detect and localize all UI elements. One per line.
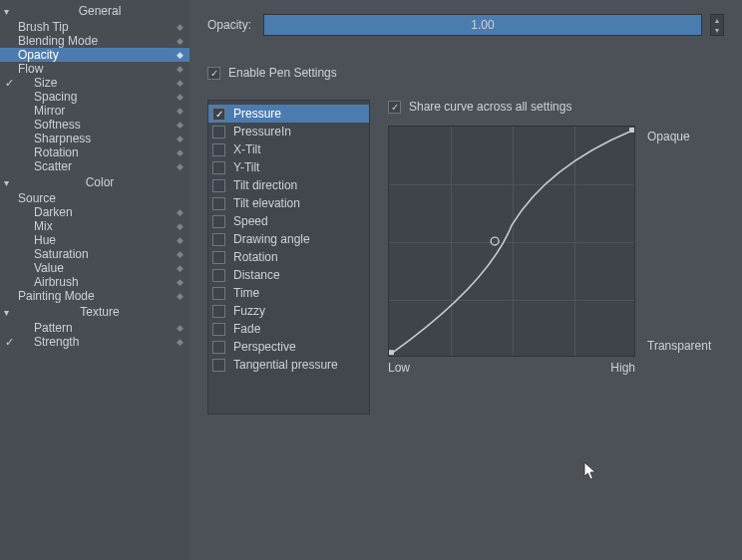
section-header[interactable]: ▾Texture (0, 303, 189, 321)
lock-icon: ◆ (174, 207, 184, 217)
sensor-check-icon (212, 143, 225, 156)
sidebar-item[interactable]: ✓Size◆ (0, 76, 189, 90)
lock-icon: ◆ (174, 323, 184, 333)
sensor-item[interactable]: ✓Pressure (208, 105, 369, 123)
sensor-item[interactable]: Tilt direction (208, 176, 369, 194)
opacity-spin[interactable]: ▲ ▼ (710, 14, 724, 36)
sensor-label: Pressure (225, 107, 281, 121)
sensor-item[interactable]: Time (208, 284, 369, 302)
sensor-check-icon (212, 287, 225, 300)
spin-down-icon[interactable]: ▼ (711, 25, 723, 35)
sensor-item[interactable]: Perspective (208, 338, 369, 356)
sidebar-item[interactable]: Blending Mode◆ (0, 34, 189, 48)
sensor-item[interactable]: Drawing angle (208, 230, 369, 248)
sidebar-item[interactable]: Spacing◆ (0, 90, 189, 104)
sidebar-item[interactable]: Value◆ (0, 261, 189, 275)
sidebar-item[interactable]: Hue◆ (0, 233, 189, 247)
sidebar-item[interactable]: Softness◆ (0, 118, 189, 132)
lock-icon: ◆ (174, 92, 184, 102)
sensor-item[interactable]: Distance (208, 266, 369, 284)
sensor-check-icon (212, 251, 225, 264)
sensor-label: Perspective (225, 340, 296, 354)
sensor-item[interactable]: Fade (208, 320, 369, 338)
sidebar-item-label: Hue (16, 233, 174, 247)
enable-pen-label: Enable Pen Settings (228, 66, 337, 80)
share-curve-label: Share curve across all settings (409, 100, 571, 114)
spin-up-icon[interactable]: ▲ (711, 15, 723, 25)
sensor-list: ✓PressurePressureInX-TiltY-TiltTilt dire… (207, 100, 370, 415)
sensor-check-icon: ✓ (212, 108, 225, 121)
sensor-label: Y-Tilt (225, 160, 259, 174)
sidebar-item-label: Value (16, 261, 174, 275)
sensor-item[interactable]: PressureIn (208, 123, 369, 140)
sidebar-item[interactable]: Scatter◆ (0, 159, 189, 173)
section-title: General (14, 4, 186, 18)
lock-icon: ◆ (174, 22, 184, 32)
enable-pen-checkbox[interactable]: ✓ Enable Pen Settings (207, 66, 724, 80)
sidebar-item[interactable]: Saturation◆ (0, 247, 189, 261)
sidebar-item-label: Airbrush (16, 275, 174, 289)
sidebar-item[interactable]: Flow◆ (0, 62, 189, 76)
sensor-label: Speed (225, 214, 268, 228)
lock-icon: ◆ (174, 50, 184, 60)
sidebar-item-label: Rotation (16, 145, 174, 159)
lock-icon: ◆ (174, 263, 184, 273)
sensor-item[interactable]: Fuzzy (208, 302, 369, 320)
curve-x-high: High (610, 361, 635, 375)
item-check-icon: ✓ (2, 77, 16, 90)
sensor-label: X-Tilt (225, 142, 261, 156)
sidebar-item[interactable]: ✓Strength◆ (0, 335, 189, 349)
sidebar-item[interactable]: Rotation◆ (0, 145, 189, 159)
sensor-check-icon (212, 269, 225, 282)
lock-icon: ◆ (174, 337, 184, 347)
sensor-item[interactable]: Tangential pressure (208, 356, 369, 374)
opacity-label: Opacity: (207, 18, 255, 32)
sidebar-item[interactable]: Painting Mode◆ (0, 289, 189, 303)
sidebar-item-label: Spacing (16, 90, 174, 104)
curve-y-top: Opaque (647, 130, 711, 143)
sidebar-item-label: Scatter (16, 159, 174, 173)
lock-icon: ◆ (174, 221, 184, 231)
sensor-item[interactable]: Rotation (208, 248, 369, 266)
share-curve-checkbox[interactable]: ✓ Share curve across all settings (388, 100, 724, 114)
sidebar-item-label: Source (16, 191, 174, 205)
opacity-value: 1.00 (471, 18, 494, 32)
sensor-label: PressureIn (225, 125, 291, 139)
sidebar-item[interactable]: Pattern◆ (0, 321, 189, 335)
sensor-check-icon (212, 126, 225, 139)
sensor-label: Tilt elevation (225, 196, 300, 210)
sidebar-item-label: Softness (16, 118, 174, 132)
sidebar-item[interactable]: Source (0, 191, 189, 205)
sidebar-item[interactable]: Brush Tip◆ (0, 20, 189, 34)
curve-y-bottom: Transparent (647, 339, 711, 353)
collapse-arrow-icon: ▾ (4, 177, 14, 188)
curve-x-low: Low (388, 361, 410, 375)
section-header[interactable]: ▾Color (0, 173, 189, 191)
opacity-slider[interactable]: 1.00 (263, 14, 702, 36)
sidebar-item-label: Size (16, 76, 174, 90)
lock-icon: ◆ (174, 235, 184, 245)
sensor-item[interactable]: Speed (208, 212, 369, 230)
sensor-label: Tangential pressure (225, 358, 338, 372)
checkbox-icon: ✓ (207, 67, 220, 80)
curve-editor[interactable] (388, 126, 635, 357)
sidebar-item[interactable]: Mirror◆ (0, 104, 189, 118)
sensor-item[interactable]: Y-Tilt (208, 158, 369, 176)
sensor-check-icon (212, 341, 225, 354)
section-header[interactable]: ▾General (0, 2, 189, 20)
lock-icon: ◆ (174, 291, 184, 301)
item-check-icon: ✓ (2, 336, 16, 349)
collapse-arrow-icon: ▾ (4, 6, 14, 17)
lock-icon: ◆ (174, 134, 184, 143)
sidebar-item[interactable]: Opacity◆ (0, 48, 189, 62)
sidebar-item-label: Brush Tip (16, 20, 174, 34)
sidebar-item-label: Darken (16, 205, 174, 219)
sidebar-item[interactable]: Darken◆ (0, 205, 189, 219)
sensor-check-icon (212, 359, 225, 372)
sensor-item[interactable]: X-Tilt (208, 140, 369, 158)
sidebar-item-label: Sharpness (16, 132, 174, 145)
sidebar-item[interactable]: Mix◆ (0, 219, 189, 233)
sidebar-item[interactable]: Sharpness◆ (0, 132, 189, 145)
sensor-item[interactable]: Tilt elevation (208, 194, 369, 212)
sidebar-item[interactable]: Airbrush◆ (0, 275, 189, 289)
